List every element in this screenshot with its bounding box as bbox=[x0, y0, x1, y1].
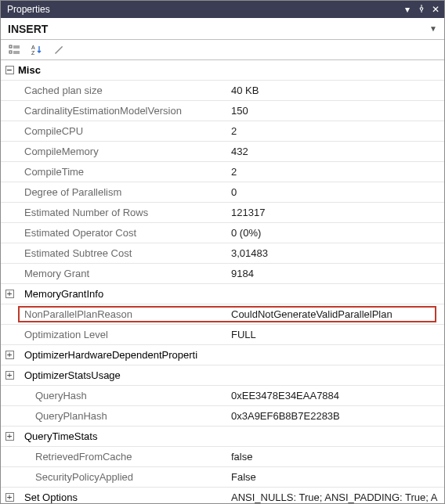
property-row[interactable]: QueryPlanHash0x3A9EF6B8B7E2283B bbox=[1, 406, 444, 427]
property-value: CouldNotGenerateValidParallelPlan bbox=[228, 308, 444, 320]
expand-icon[interactable]: + bbox=[1, 290, 18, 298]
property-value: 0 (0%) bbox=[228, 227, 444, 239]
property-label: QueryPlanHash bbox=[18, 410, 228, 422]
property-label: Optimization Level bbox=[18, 329, 228, 340]
pin-icon[interactable] bbox=[416, 4, 427, 15]
property-row[interactable]: +QueryTimeStats bbox=[1, 427, 444, 447]
property-label: OptimizerHardwareDependentProperti bbox=[18, 349, 228, 361]
property-label: RetrievedFromCache bbox=[18, 451, 228, 463]
property-value: 150 bbox=[228, 105, 444, 117]
property-value: FULL bbox=[228, 329, 444, 340]
expand-icon[interactable]: + bbox=[1, 432, 18, 441]
property-row[interactable]: Cached plan size40 KB bbox=[1, 81, 444, 101]
property-value: 0 bbox=[228, 186, 444, 198]
titlebar: Properties ▾ ✕ bbox=[1, 1, 444, 18]
property-pages-button[interactable] bbox=[49, 41, 68, 59]
property-value: 40 KB bbox=[228, 85, 444, 96]
category-label: Misc bbox=[18, 64, 228, 76]
expand-icon[interactable]: + bbox=[1, 351, 18, 359]
property-label: CompileTime bbox=[18, 166, 228, 178]
svg-text:A: A bbox=[31, 45, 35, 50]
category-row[interactable]: − Misc bbox=[1, 60, 444, 81]
window-menu-icon[interactable]: ▾ bbox=[402, 4, 413, 15]
property-row[interactable]: Estimated Subtree Cost3,01483 bbox=[1, 243, 444, 264]
categorize-button[interactable] bbox=[5, 41, 24, 59]
property-value: 9184 bbox=[228, 268, 444, 279]
property-label: NonParallelPlanReason bbox=[18, 308, 228, 320]
property-label: Set Options bbox=[18, 491, 228, 503]
property-row[interactable]: CompileCPU2 bbox=[1, 121, 444, 142]
svg-text:Z: Z bbox=[31, 50, 35, 56]
property-label: Estimated Operator Cost bbox=[18, 227, 228, 239]
window-controls: ▾ ✕ bbox=[402, 4, 441, 15]
sort-button[interactable]: A Z bbox=[27, 41, 46, 59]
property-label: Cached plan size bbox=[18, 85, 228, 96]
expand-icon[interactable]: + bbox=[1, 371, 18, 380]
property-row[interactable]: NonParallelPlanReasonCouldNotGenerateVal… bbox=[1, 304, 444, 325]
property-label: Estimated Subtree Cost bbox=[18, 247, 228, 259]
property-row[interactable]: QueryHash0xEE3478E34EAA7884 bbox=[1, 386, 444, 406]
property-row[interactable]: Estimated Number of Rows121317 bbox=[1, 203, 444, 223]
property-value: 3,01483 bbox=[228, 247, 444, 259]
property-row[interactable]: +MemoryGrantInfo bbox=[1, 284, 444, 304]
property-value: False bbox=[228, 471, 444, 483]
property-label: CardinalityEstimationModelVersion bbox=[18, 105, 228, 117]
property-label: CompileCPU bbox=[18, 125, 228, 137]
property-value: 432 bbox=[228, 146, 444, 157]
property-value: ANSI_NULLS: True; ANSI_PADDING: True; A bbox=[228, 491, 444, 503]
property-label: Degree of Parallelism bbox=[18, 186, 228, 198]
property-label: Memory Grant bbox=[18, 268, 228, 279]
property-value: 0x3A9EF6B8B7E2283B bbox=[228, 410, 444, 422]
window-title: Properties bbox=[7, 4, 50, 15]
property-row[interactable]: Optimization LevelFULL bbox=[1, 325, 444, 345]
property-row[interactable]: CardinalityEstimationModelVersion150 bbox=[1, 101, 444, 121]
property-label: Estimated Number of Rows bbox=[18, 207, 228, 218]
property-label: QueryHash bbox=[18, 390, 228, 401]
close-icon[interactable]: ✕ bbox=[430, 4, 441, 15]
property-value: 2 bbox=[228, 166, 444, 178]
expand-icon[interactable]: + bbox=[1, 493, 18, 502]
property-grid: − Misc Cached plan size40 KBCardinalityE… bbox=[1, 60, 444, 504]
property-value: 0xEE3478E34EAA7884 bbox=[228, 390, 444, 401]
property-value: 2 bbox=[228, 125, 444, 137]
dropdown-icon[interactable]: ▼ bbox=[429, 24, 437, 33]
property-label: OptimizerStatsUsage bbox=[18, 369, 228, 381]
property-label: QueryTimeStats bbox=[18, 430, 228, 442]
property-row[interactable]: +Set OptionsANSI_NULLS: True; ANSI_PADDI… bbox=[1, 488, 444, 504]
toolbar: A Z bbox=[1, 40, 444, 60]
property-row[interactable]: CompileMemory432 bbox=[1, 142, 444, 162]
property-value: false bbox=[228, 451, 444, 463]
property-row[interactable]: Memory Grant9184 bbox=[1, 264, 444, 284]
selected-object: INSERT bbox=[8, 23, 48, 35]
property-row[interactable]: +OptimizerHardwareDependentProperti bbox=[1, 345, 444, 365]
property-value: 121317 bbox=[228, 207, 444, 218]
property-row[interactable]: +OptimizerStatsUsage bbox=[1, 365, 444, 386]
property-row[interactable]: Degree of Parallelism0 bbox=[1, 182, 444, 203]
property-row[interactable]: Estimated Operator Cost0 (0%) bbox=[1, 223, 444, 243]
object-selector[interactable]: INSERT ▼ bbox=[1, 18, 444, 40]
property-row[interactable]: SecurityPolicyAppliedFalse bbox=[1, 467, 444, 488]
collapse-icon[interactable]: − bbox=[1, 66, 18, 74]
property-row[interactable]: CompileTime2 bbox=[1, 162, 444, 182]
property-label: MemoryGrantInfo bbox=[18, 288, 228, 300]
property-label: CompileMemory bbox=[18, 146, 228, 157]
property-label: SecurityPolicyApplied bbox=[18, 471, 228, 483]
svg-rect-1 bbox=[9, 51, 12, 53]
svg-rect-0 bbox=[9, 45, 12, 48]
property-row[interactable]: RetrievedFromCachefalse bbox=[1, 447, 444, 467]
